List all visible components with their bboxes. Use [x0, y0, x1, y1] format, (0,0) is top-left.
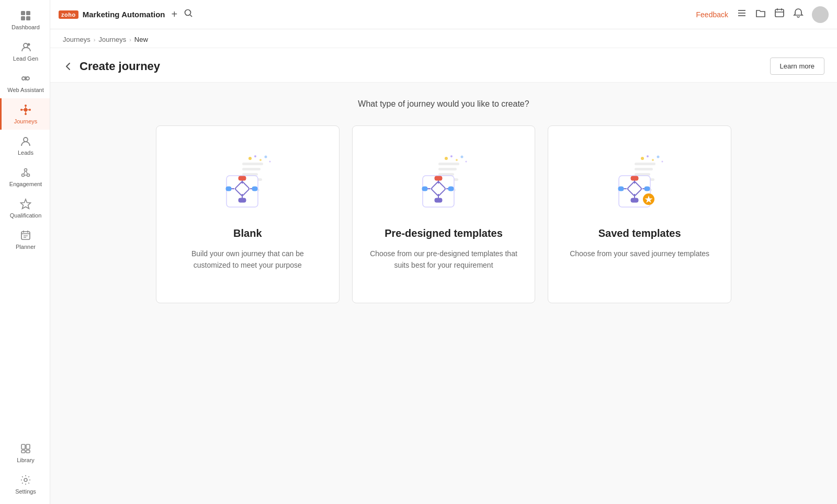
sidebar-item-label: Library [17, 457, 35, 463]
learn-more-button[interactable]: Learn more [770, 58, 824, 75]
sidebar-item-web-assistant[interactable]: Web Assistant [0, 67, 50, 98]
svg-point-81 [465, 161, 467, 163]
svg-point-8 [25, 77, 27, 79]
svg-rect-3 [26, 16, 30, 20]
svg-point-38 [24, 478, 27, 482]
svg-rect-89 [435, 198, 442, 202]
svg-point-4 [24, 43, 28, 48]
svg-rect-0 [21, 11, 25, 15]
predesigned-card[interactable]: Pre-designed templates Choose from our p… [352, 125, 536, 303]
sidebar-item-label: Engagement [9, 181, 42, 187]
svg-line-25 [26, 171, 28, 174]
sidebar-item-label: Web Assistant [7, 87, 44, 93]
svg-point-13 [20, 109, 22, 111]
svg-point-15 [25, 113, 27, 115]
svg-rect-34 [21, 444, 25, 449]
settings-icon [19, 474, 32, 486]
library-icon [19, 442, 32, 455]
svg-rect-90 [422, 187, 427, 191]
sidebar-item-engagement[interactable]: Engagement [0, 161, 50, 192]
svg-rect-71 [438, 168, 457, 170]
svg-point-99 [641, 157, 644, 160]
sidebar-item-planner[interactable]: Planner [0, 224, 50, 255]
svg-rect-91 [448, 187, 454, 191]
svg-rect-11 [24, 108, 27, 111]
svg-point-100 [647, 155, 649, 157]
sidebar-item-label: Journeys [14, 118, 38, 124]
svg-rect-1 [26, 11, 30, 15]
cards-question: What type of journey would you like to c… [63, 99, 824, 109]
sidebar-item-settings[interactable]: Settings [10, 468, 39, 500]
saved-card-icon [606, 147, 674, 215]
sidebar-item-label: Leads [18, 150, 33, 156]
user-avatar[interactable] [812, 6, 829, 23]
calendar-button[interactable] [774, 8, 785, 21]
svg-point-78 [450, 155, 453, 157]
notifications-button[interactable] [793, 8, 804, 21]
blank-card-desc: Build your own journey that can be custo… [173, 248, 322, 271]
svg-point-22 [25, 169, 27, 171]
sidebar-item-leads[interactable]: Leads [0, 130, 50, 161]
svg-point-21 [22, 174, 25, 177]
sidebar-item-label: Planner [16, 244, 36, 250]
svg-rect-113 [644, 187, 650, 191]
list-icon [737, 8, 747, 18]
svg-rect-67 [239, 198, 246, 202]
list-view-button[interactable] [737, 8, 747, 21]
logo-area: zoho Marketing Automation [59, 10, 165, 19]
saved-card-title: Saved templates [598, 227, 681, 239]
svg-rect-35 [26, 444, 30, 449]
svg-rect-49 [242, 168, 261, 170]
svg-marker-27 [21, 199, 31, 209]
svg-rect-2 [21, 16, 25, 20]
svg-rect-112 [618, 187, 624, 191]
topbar-right: Feedback [696, 6, 829, 23]
sidebar-item-journeys[interactable]: Journeys [0, 98, 50, 130]
back-button[interactable] [63, 61, 73, 72]
blank-card[interactable]: Blank Build your own journey that can be… [156, 125, 340, 303]
svg-point-56 [254, 155, 256, 157]
predesigned-card-icon [410, 147, 478, 215]
breadcrumb-current: New [134, 36, 148, 43]
add-button[interactable]: + [171, 8, 177, 20]
blank-card-title: Blank [233, 227, 262, 239]
svg-point-77 [445, 157, 448, 160]
cards-section: What type of journey would you like to c… [50, 83, 837, 320]
predesigned-card-title: Pre-designed templates [384, 227, 503, 239]
lead-gen-icon [19, 41, 32, 53]
sidebar: Dashboard Lead Gen Web Assistant [0, 0, 50, 504]
svg-point-39 [185, 10, 191, 16]
sidebar-item-lead-gen[interactable]: Lead Gen [0, 36, 50, 67]
svg-point-23 [27, 174, 30, 177]
svg-rect-111 [631, 198, 638, 202]
breadcrumb: Journeys › Journeys › New [50, 29, 837, 48]
svg-point-14 [29, 109, 31, 111]
search-button[interactable] [184, 8, 193, 20]
sidebar-item-qualification[interactable]: Qualification [0, 192, 50, 224]
svg-point-103 [661, 161, 663, 163]
zoho-logo: zoho [59, 10, 78, 19]
sidebar-item-label: Qualification [10, 212, 42, 219]
sidebar-bottom: Library Settings [10, 437, 39, 500]
svg-point-59 [269, 161, 271, 163]
page-title: Create journey [80, 60, 770, 73]
leads-icon [19, 135, 32, 147]
saved-card[interactable]: Saved templates Choose from your saved j… [548, 125, 731, 303]
svg-rect-93 [635, 168, 653, 170]
svg-point-80 [460, 156, 463, 158]
svg-line-40 [190, 15, 193, 17]
feedback-link[interactable]: Feedback [696, 10, 728, 19]
breadcrumb-sep-2: › [129, 37, 131, 43]
sidebar-item-label: Dashboard [12, 24, 40, 30]
breadcrumb-journeys-2[interactable]: Journeys [98, 36, 126, 43]
breadcrumb-journeys-1[interactable]: Journeys [63, 36, 91, 43]
sidebar-item-dashboard[interactable]: Dashboard [0, 4, 50, 36]
engagement-icon [19, 166, 32, 179]
svg-line-24 [24, 171, 26, 174]
sidebar-item-library[interactable]: Library [10, 437, 39, 468]
folder-button[interactable] [755, 8, 766, 21]
qualification-icon [19, 198, 32, 210]
svg-rect-37 [26, 450, 30, 453]
dashboard-icon [19, 9, 32, 22]
blank-card-icon [213, 147, 281, 215]
